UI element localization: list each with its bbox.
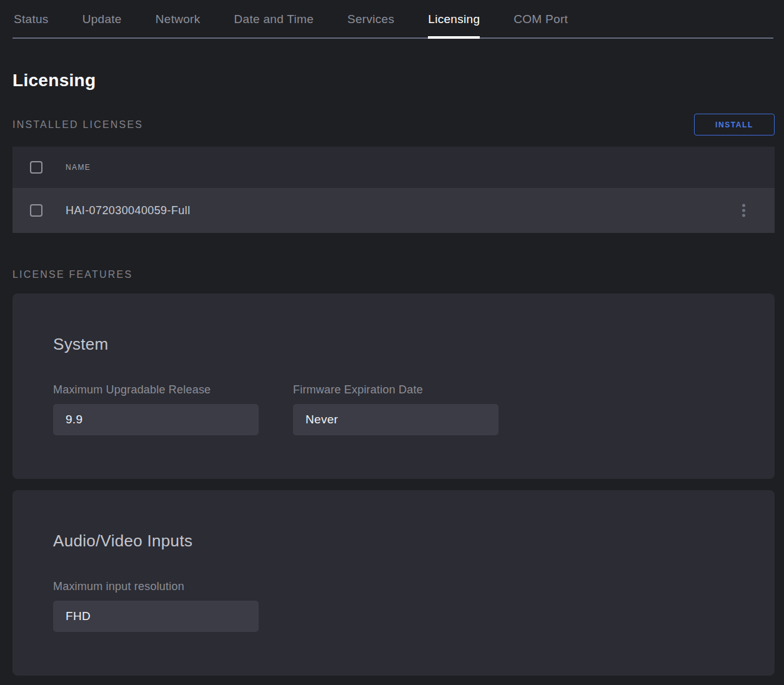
tab-status[interactable]: Status	[14, 12, 49, 37]
license-table-row: HAI-072030040059-Full	[12, 188, 775, 233]
tab-licensing[interactable]: Licensing	[428, 12, 480, 37]
tab-services[interactable]: Services	[347, 12, 394, 37]
max-upgradable-release-label: Maximum Upgradable Release	[53, 383, 259, 397]
max-input-resolution-label: Maximum input resolution	[53, 580, 259, 593]
license-name: HAI-072030040059-Full	[66, 204, 191, 217]
firmware-expiration-field: Firmware Expiration Date Never	[293, 383, 499, 435]
system-card-title: System	[53, 335, 734, 353]
tab-com-port[interactable]: COM Port	[514, 12, 568, 37]
name-column-header: NAME	[66, 163, 91, 172]
install-button[interactable]: INSTALL	[694, 114, 775, 136]
max-input-resolution-value: FHD	[53, 601, 259, 632]
select-all-checkbox[interactable]	[30, 161, 42, 174]
system-fields: Maximum Upgradable Release 9.9 Firmware …	[53, 383, 734, 435]
max-upgradable-release-value: 9.9	[53, 404, 259, 435]
installed-licenses-label: INSTALLED LICENSES	[12, 119, 143, 131]
audio-video-inputs-card: Audio/Video Inputs Maximum input resolut…	[12, 490, 775, 676]
audio-video-card-title: Audio/Video Inputs	[53, 531, 734, 550]
firmware-expiration-label: Firmware Expiration Date	[293, 383, 499, 397]
tab-network[interactable]: Network	[156, 12, 201, 37]
tab-update[interactable]: Update	[82, 12, 122, 37]
settings-tab-bar: Status Update Network Date and Time Serv…	[12, 0, 773, 39]
license-features-label: LICENSE FEATURES	[12, 269, 775, 280]
kebab-dot	[742, 209, 745, 212]
max-upgradable-release-field: Maximum Upgradable Release 9.9	[53, 383, 259, 435]
tab-date-and-time[interactable]: Date and Time	[234, 12, 314, 37]
row-checkbox[interactable]	[30, 204, 42, 217]
licenses-table-header: NAME	[12, 147, 775, 188]
system-features-card: System Maximum Upgradable Release 9.9 Fi…	[12, 293, 775, 479]
kebab-vertical-icon[interactable]	[740, 202, 748, 220]
max-input-resolution-field: Maximum input resolution FHD	[53, 580, 259, 632]
audio-video-fields: Maximum input resolution FHD	[53, 580, 734, 632]
kebab-dot	[742, 204, 745, 207]
installed-licenses-header: INSTALLED LICENSES INSTALL	[12, 114, 775, 136]
firmware-expiration-value: Never	[293, 404, 499, 435]
page-title: Licensing	[12, 71, 775, 91]
licensing-page: Licensing INSTALLED LICENSES INSTALL NAM…	[0, 71, 784, 676]
licenses-table: NAME HAI-072030040059-Full	[12, 147, 775, 233]
kebab-dot	[742, 214, 745, 217]
